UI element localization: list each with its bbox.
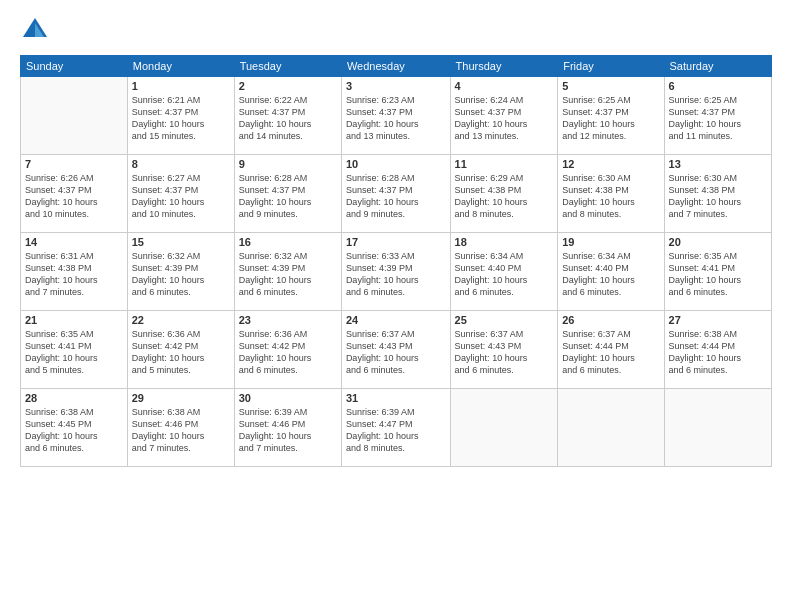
day-info: Sunrise: 6:38 AM Sunset: 4:45 PM Dayligh… xyxy=(25,406,123,455)
calendar-cell: 19Sunrise: 6:34 AM Sunset: 4:40 PM Dayli… xyxy=(558,233,664,311)
day-info: Sunrise: 6:26 AM Sunset: 4:37 PM Dayligh… xyxy=(25,172,123,221)
day-info: Sunrise: 6:29 AM Sunset: 4:38 PM Dayligh… xyxy=(455,172,554,221)
calendar-cell: 18Sunrise: 6:34 AM Sunset: 4:40 PM Dayli… xyxy=(450,233,558,311)
week-row: 21Sunrise: 6:35 AM Sunset: 4:41 PM Dayli… xyxy=(21,311,772,389)
calendar-cell: 31Sunrise: 6:39 AM Sunset: 4:47 PM Dayli… xyxy=(341,389,450,467)
day-info: Sunrise: 6:37 AM Sunset: 4:43 PM Dayligh… xyxy=(455,328,554,377)
day-info: Sunrise: 6:37 AM Sunset: 4:43 PM Dayligh… xyxy=(346,328,446,377)
day-info: Sunrise: 6:35 AM Sunset: 4:41 PM Dayligh… xyxy=(669,250,767,299)
calendar-cell: 22Sunrise: 6:36 AM Sunset: 4:42 PM Dayli… xyxy=(127,311,234,389)
calendar-cell: 13Sunrise: 6:30 AM Sunset: 4:38 PM Dayli… xyxy=(664,155,771,233)
calendar-cell: 29Sunrise: 6:38 AM Sunset: 4:46 PM Dayli… xyxy=(127,389,234,467)
day-number: 27 xyxy=(669,314,767,326)
day-info: Sunrise: 6:37 AM Sunset: 4:44 PM Dayligh… xyxy=(562,328,659,377)
day-number: 17 xyxy=(346,236,446,248)
day-info: Sunrise: 6:39 AM Sunset: 4:47 PM Dayligh… xyxy=(346,406,446,455)
calendar-cell: 8Sunrise: 6:27 AM Sunset: 4:37 PM Daylig… xyxy=(127,155,234,233)
page: SundayMondayTuesdayWednesdayThursdayFrid… xyxy=(0,0,792,612)
day-number: 7 xyxy=(25,158,123,170)
day-info: Sunrise: 6:24 AM Sunset: 4:37 PM Dayligh… xyxy=(455,94,554,143)
calendar-cell: 25Sunrise: 6:37 AM Sunset: 4:43 PM Dayli… xyxy=(450,311,558,389)
day-number: 9 xyxy=(239,158,337,170)
day-info: Sunrise: 6:23 AM Sunset: 4:37 PM Dayligh… xyxy=(346,94,446,143)
day-info: Sunrise: 6:38 AM Sunset: 4:44 PM Dayligh… xyxy=(669,328,767,377)
day-number: 21 xyxy=(25,314,123,326)
week-row: 7Sunrise: 6:26 AM Sunset: 4:37 PM Daylig… xyxy=(21,155,772,233)
calendar-cell: 2Sunrise: 6:22 AM Sunset: 4:37 PM Daylig… xyxy=(234,77,341,155)
day-info: Sunrise: 6:34 AM Sunset: 4:40 PM Dayligh… xyxy=(562,250,659,299)
calendar-cell: 17Sunrise: 6:33 AM Sunset: 4:39 PM Dayli… xyxy=(341,233,450,311)
day-number: 22 xyxy=(132,314,230,326)
day-number: 23 xyxy=(239,314,337,326)
calendar-cell: 20Sunrise: 6:35 AM Sunset: 4:41 PM Dayli… xyxy=(664,233,771,311)
day-number: 24 xyxy=(346,314,446,326)
day-info: Sunrise: 6:38 AM Sunset: 4:46 PM Dayligh… xyxy=(132,406,230,455)
calendar-cell: 21Sunrise: 6:35 AM Sunset: 4:41 PM Dayli… xyxy=(21,311,128,389)
calendar-cell: 14Sunrise: 6:31 AM Sunset: 4:38 PM Dayli… xyxy=(21,233,128,311)
calendar-cell: 24Sunrise: 6:37 AM Sunset: 4:43 PM Dayli… xyxy=(341,311,450,389)
calendar-cell: 10Sunrise: 6:28 AM Sunset: 4:37 PM Dayli… xyxy=(341,155,450,233)
calendar-cell: 11Sunrise: 6:29 AM Sunset: 4:38 PM Dayli… xyxy=(450,155,558,233)
week-row: 14Sunrise: 6:31 AM Sunset: 4:38 PM Dayli… xyxy=(21,233,772,311)
calendar-cell: 3Sunrise: 6:23 AM Sunset: 4:37 PM Daylig… xyxy=(341,77,450,155)
calendar-cell: 9Sunrise: 6:28 AM Sunset: 4:37 PM Daylig… xyxy=(234,155,341,233)
day-number: 5 xyxy=(562,80,659,92)
calendar-cell: 4Sunrise: 6:24 AM Sunset: 4:37 PM Daylig… xyxy=(450,77,558,155)
day-info: Sunrise: 6:25 AM Sunset: 4:37 PM Dayligh… xyxy=(562,94,659,143)
day-number: 4 xyxy=(455,80,554,92)
day-info: Sunrise: 6:36 AM Sunset: 4:42 PM Dayligh… xyxy=(239,328,337,377)
calendar-cell: 16Sunrise: 6:32 AM Sunset: 4:39 PM Dayli… xyxy=(234,233,341,311)
calendar-cell: 30Sunrise: 6:39 AM Sunset: 4:46 PM Dayli… xyxy=(234,389,341,467)
weekday-header: Friday xyxy=(558,56,664,77)
day-info: Sunrise: 6:27 AM Sunset: 4:37 PM Dayligh… xyxy=(132,172,230,221)
calendar: SundayMondayTuesdayWednesdayThursdayFrid… xyxy=(20,55,772,467)
day-info: Sunrise: 6:30 AM Sunset: 4:38 PM Dayligh… xyxy=(669,172,767,221)
day-number: 29 xyxy=(132,392,230,404)
weekday-header: Monday xyxy=(127,56,234,77)
day-number: 10 xyxy=(346,158,446,170)
day-info: Sunrise: 6:34 AM Sunset: 4:40 PM Dayligh… xyxy=(455,250,554,299)
weekday-header-row: SundayMondayTuesdayWednesdayThursdayFrid… xyxy=(21,56,772,77)
day-number: 6 xyxy=(669,80,767,92)
day-info: Sunrise: 6:35 AM Sunset: 4:41 PM Dayligh… xyxy=(25,328,123,377)
day-number: 25 xyxy=(455,314,554,326)
calendar-cell: 26Sunrise: 6:37 AM Sunset: 4:44 PM Dayli… xyxy=(558,311,664,389)
weekday-header: Tuesday xyxy=(234,56,341,77)
day-number: 20 xyxy=(669,236,767,248)
calendar-cell: 12Sunrise: 6:30 AM Sunset: 4:38 PM Dayli… xyxy=(558,155,664,233)
day-info: Sunrise: 6:32 AM Sunset: 4:39 PM Dayligh… xyxy=(132,250,230,299)
day-info: Sunrise: 6:28 AM Sunset: 4:37 PM Dayligh… xyxy=(346,172,446,221)
calendar-cell: 15Sunrise: 6:32 AM Sunset: 4:39 PM Dayli… xyxy=(127,233,234,311)
calendar-cell: 7Sunrise: 6:26 AM Sunset: 4:37 PM Daylig… xyxy=(21,155,128,233)
day-number: 26 xyxy=(562,314,659,326)
weekday-header: Wednesday xyxy=(341,56,450,77)
day-number: 19 xyxy=(562,236,659,248)
day-info: Sunrise: 6:36 AM Sunset: 4:42 PM Dayligh… xyxy=(132,328,230,377)
day-number: 30 xyxy=(239,392,337,404)
weekday-header: Sunday xyxy=(21,56,128,77)
day-number: 16 xyxy=(239,236,337,248)
day-info: Sunrise: 6:33 AM Sunset: 4:39 PM Dayligh… xyxy=(346,250,446,299)
day-number: 8 xyxy=(132,158,230,170)
day-number: 18 xyxy=(455,236,554,248)
day-number: 15 xyxy=(132,236,230,248)
day-info: Sunrise: 6:25 AM Sunset: 4:37 PM Dayligh… xyxy=(669,94,767,143)
logo-icon xyxy=(20,15,50,45)
day-number: 13 xyxy=(669,158,767,170)
calendar-cell: 27Sunrise: 6:38 AM Sunset: 4:44 PM Dayli… xyxy=(664,311,771,389)
day-info: Sunrise: 6:21 AM Sunset: 4:37 PM Dayligh… xyxy=(132,94,230,143)
calendar-cell: 23Sunrise: 6:36 AM Sunset: 4:42 PM Dayli… xyxy=(234,311,341,389)
day-info: Sunrise: 6:32 AM Sunset: 4:39 PM Dayligh… xyxy=(239,250,337,299)
calendar-cell xyxy=(664,389,771,467)
day-number: 14 xyxy=(25,236,123,248)
calendar-cell xyxy=(558,389,664,467)
day-number: 1 xyxy=(132,80,230,92)
logo xyxy=(20,15,54,45)
day-info: Sunrise: 6:30 AM Sunset: 4:38 PM Dayligh… xyxy=(562,172,659,221)
calendar-cell: 5Sunrise: 6:25 AM Sunset: 4:37 PM Daylig… xyxy=(558,77,664,155)
day-number: 11 xyxy=(455,158,554,170)
week-row: 28Sunrise: 6:38 AM Sunset: 4:45 PM Dayli… xyxy=(21,389,772,467)
day-info: Sunrise: 6:31 AM Sunset: 4:38 PM Dayligh… xyxy=(25,250,123,299)
calendar-cell: 1Sunrise: 6:21 AM Sunset: 4:37 PM Daylig… xyxy=(127,77,234,155)
day-number: 3 xyxy=(346,80,446,92)
